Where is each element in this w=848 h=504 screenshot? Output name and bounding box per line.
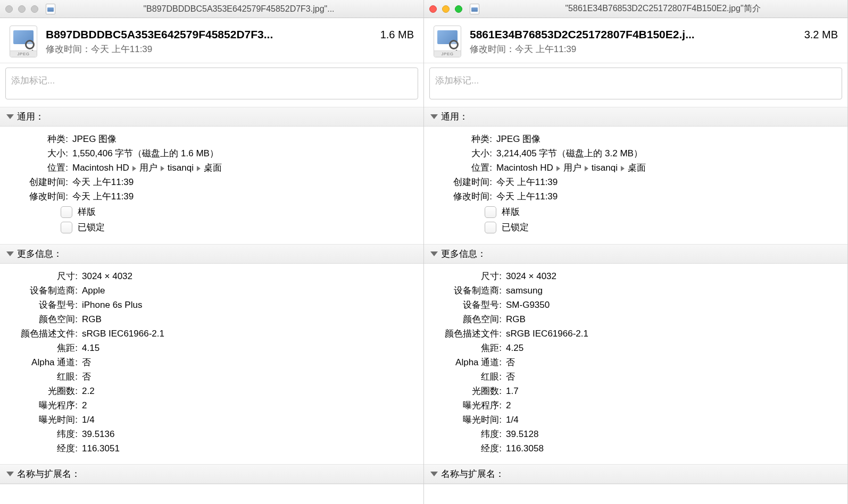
- file-icon[interactable]: JPEG: [434, 26, 461, 57]
- section-header-name-ext[interactable]: 名称与扩展名：: [0, 465, 423, 484]
- zoom-icon[interactable]: [455, 5, 462, 13]
- close-icon[interactable]: [5, 5, 13, 13]
- tags-section: 添加标记...: [424, 63, 847, 107]
- chevron-down-icon: [6, 472, 14, 476]
- row-redeye: 红眼否: [431, 371, 840, 383]
- locked-checkbox[interactable]: [485, 222, 496, 233]
- row-latitude: 纬度39.5136: [7, 428, 416, 440]
- row-colorspace: 颜色空间RGB: [431, 313, 840, 325]
- section-more-info: 更多信息： 尺寸3024 × 4032 设备制造商samsung 设备型号SM-…: [424, 245, 847, 465]
- section-title: 更多信息：: [17, 248, 62, 260]
- row-longitude: 经度116.3051: [7, 442, 416, 455]
- row-locked: 已锁定: [61, 221, 416, 233]
- row-size: 大小3,214,405 字节（磁盘上的 3.2 MB）: [431, 147, 840, 159]
- file-header: JPEG 5861E34B76853D2C25172807F4B150E2.j.…: [424, 18, 847, 63]
- row-modified: 修改时间今天 上午11:39: [431, 190, 840, 203]
- stationery-label: 样版: [502, 206, 520, 218]
- file-icon-caption: JPEG: [10, 51, 37, 57]
- row-modified: 修改时间今天 上午11:39: [7, 190, 416, 203]
- row-kind: 种类JPEG 图像: [431, 133, 840, 145]
- section-header-general[interactable]: 通用：: [0, 107, 423, 127]
- row-program: 曝光程序2: [431, 399, 840, 411]
- section-general: 通用： 种类JPEG 图像 大小1,550,406 字节（磁盘上的 1.6 MB…: [0, 107, 423, 245]
- tags-input[interactable]: 添加标记...: [5, 68, 418, 99]
- row-created: 创建时间今天 上午11:39: [7, 176, 416, 188]
- row-latitude: 纬度39.5128: [431, 428, 840, 440]
- file-size: 1.6 MB: [380, 29, 414, 41]
- row-exposure: 曝光时间1/4: [7, 414, 416, 426]
- preview-magnifier-icon: [25, 40, 35, 49]
- row-locked: 已锁定: [485, 221, 840, 233]
- titlebar[interactable]: "B897DBDDBC5A353E642579F45852D7F3.jpg"..…: [0, 0, 423, 18]
- stationery-label: 样版: [78, 206, 96, 218]
- row-where: 位置Macintosh HD用户tisanqi桌面: [431, 162, 840, 174]
- row-size: 大小1,550,406 字节（磁盘上的 1.6 MB）: [7, 147, 416, 159]
- chevron-down-icon: [430, 114, 438, 119]
- traffic-lights: [5, 5, 38, 13]
- row-redeye: 红眼否: [7, 371, 416, 383]
- row-focal: 焦距4.25: [431, 342, 840, 354]
- info-window-left: "B897DBDDBC5A353E642579F45852D7F3.jpg"..…: [0, 0, 424, 504]
- modified-line: 修改时间：今天 上午11:39: [46, 43, 414, 55]
- file-size: 3.2 MB: [804, 29, 838, 41]
- path-value: Macintosh HD用户tisanqi桌面: [72, 162, 416, 174]
- window-title: "B897DBDDBC5A353E642579F45852D7F3.jpg"..…: [60, 4, 418, 14]
- traffic-lights: [429, 5, 462, 13]
- modified-label: 修改时间：: [470, 44, 515, 54]
- proxy-icon[interactable]: [46, 4, 55, 14]
- proxy-icon[interactable]: [470, 4, 479, 14]
- modified-value: 今天 上午11:39: [91, 44, 152, 54]
- section-title: 通用：: [441, 111, 468, 123]
- chevron-down-icon: [6, 114, 14, 119]
- row-dimensions: 尺寸3024 × 4032: [7, 270, 416, 282]
- row-alpha: Alpha 通道否: [431, 356, 840, 368]
- minimize-icon[interactable]: [442, 5, 450, 13]
- stationery-checkbox[interactable]: [61, 206, 72, 218]
- tags-section: 添加标记...: [0, 63, 423, 107]
- tags-input[interactable]: 添加标记...: [429, 68, 842, 99]
- preview-magnifier-icon: [449, 40, 459, 49]
- row-stationery: 样版: [485, 206, 840, 218]
- section-title: 名称与扩展名：: [17, 468, 80, 480]
- row-fnumber: 光圈数2.2: [7, 385, 416, 397]
- section-header-name-ext[interactable]: 名称与扩展名：: [424, 465, 847, 484]
- row-longitude: 经度116.3058: [431, 442, 840, 455]
- locked-checkbox[interactable]: [61, 222, 72, 233]
- section-general: 通用： 种类JPEG 图像 大小3,214,405 字节（磁盘上的 3.2 MB…: [424, 107, 847, 245]
- row-colorspace: 颜色空间RGB: [7, 313, 416, 325]
- row-alpha: Alpha 通道否: [7, 356, 416, 368]
- file-header: JPEG B897DBDDBC5A353E642579F45852D7F3...…: [0, 18, 423, 63]
- row-profile: 颜色描述文件sRGB IEC61966-2.1: [7, 327, 416, 340]
- stationery-checkbox[interactable]: [485, 206, 496, 218]
- window-title: "5861E34B76853D2C25172807F4B150E2.jpg"简介: [484, 3, 842, 14]
- row-profile: 颜色描述文件sRGB IEC61966-2.1: [431, 327, 840, 340]
- row-model: 设备型号iPhone 6s Plus: [7, 299, 416, 311]
- section-name-ext: 名称与扩展名：: [0, 465, 423, 484]
- titlebar[interactable]: "5861E34B76853D2C25172807F4B150E2.jpg"简介: [424, 0, 847, 18]
- modified-label: 修改时间：: [46, 44, 91, 54]
- row-created: 创建时间今天 上午11:39: [431, 176, 840, 188]
- row-dimensions: 尺寸3024 × 4032: [431, 270, 840, 282]
- section-name-ext: 名称与扩展名：: [424, 465, 847, 484]
- row-where: 位置Macintosh HD用户tisanqi桌面: [7, 162, 416, 174]
- row-fnumber: 光圈数1.7: [431, 385, 840, 397]
- modified-value: 今天 上午11:39: [515, 44, 576, 54]
- section-header-more[interactable]: 更多信息：: [0, 245, 423, 264]
- row-stationery: 样版: [61, 206, 416, 218]
- file-icon-caption: JPEG: [434, 51, 461, 57]
- row-kind: 种类JPEG 图像: [7, 133, 416, 145]
- modified-line: 修改时间：今天 上午11:39: [470, 43, 838, 55]
- close-icon[interactable]: [429, 5, 437, 13]
- section-title: 名称与扩展名：: [441, 468, 504, 480]
- info-window-right: "5861E34B76853D2C25172807F4B150E2.jpg"简介…: [424, 0, 848, 504]
- locked-label: 已锁定: [502, 221, 529, 233]
- file-name: B897DBDDBC5A353E642579F45852D7F3...: [46, 28, 374, 41]
- file-icon[interactable]: JPEG: [10, 26, 37, 57]
- zoom-icon[interactable]: [31, 5, 38, 13]
- minimize-icon[interactable]: [18, 5, 26, 13]
- section-title: 更多信息：: [441, 248, 486, 260]
- section-more-info: 更多信息： 尺寸3024 × 4032 设备制造商Apple 设备型号iPhon…: [0, 245, 423, 465]
- section-header-more[interactable]: 更多信息：: [424, 245, 847, 264]
- section-header-general[interactable]: 通用：: [424, 107, 847, 127]
- row-exposure: 曝光时间1/4: [431, 414, 840, 426]
